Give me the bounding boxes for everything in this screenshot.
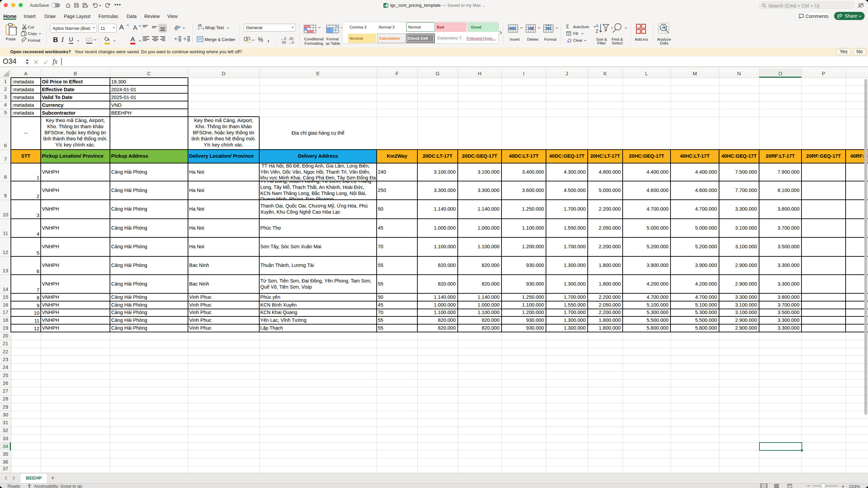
- svg-text:Z: Z: [596, 28, 599, 33]
- svg-text:A: A: [596, 23, 599, 28]
- svg-text:X: X: [384, 4, 386, 7]
